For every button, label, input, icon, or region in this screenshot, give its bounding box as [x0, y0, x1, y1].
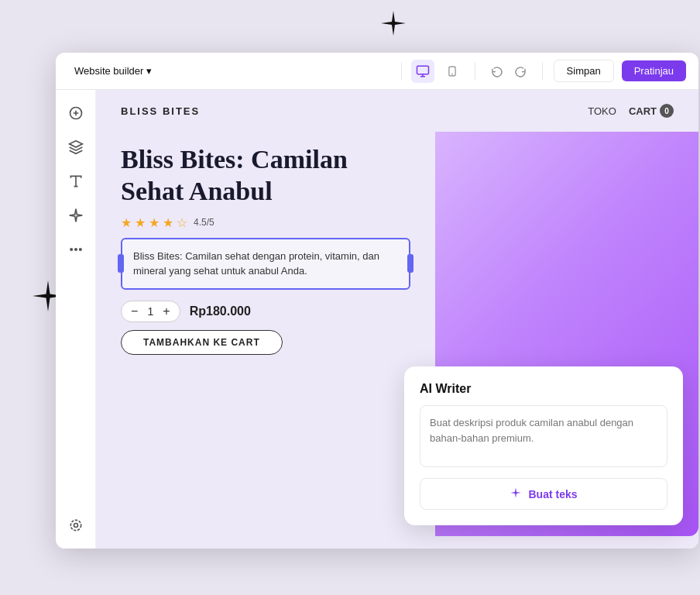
simpan-button[interactable]: Simpan [554, 60, 614, 82]
ai-writer-title: AI Writer [420, 382, 667, 396]
sidebar-settings-icon[interactable] [62, 511, 90, 539]
site-logo: BLISS BITES [121, 105, 200, 117]
toolbar-divider2 [475, 62, 475, 81]
desc-handle-right [407, 254, 413, 273]
svg-rect-0 [417, 66, 428, 74]
sidebar [56, 90, 96, 549]
svg-point-12 [74, 524, 77, 528]
cart-label: CART [629, 105, 657, 117]
rating-text: 4.5/5 [194, 217, 214, 228]
star-4: ★ [163, 215, 173, 230]
ai-writer-textarea[interactable] [420, 405, 667, 467]
cart-badge[interactable]: CART 0 [629, 104, 674, 118]
website-preview: BLISS BITES TOKO CART 0 Bliss Bites: Cam… [96, 90, 698, 549]
mobile-icon[interactable] [441, 60, 464, 83]
star-3: ★ [149, 215, 160, 230]
description-text: Bliss Bites: Camilan sehat dengan protei… [133, 250, 379, 277]
desc-handle-left [118, 254, 124, 273]
svg-point-10 [74, 249, 77, 251]
star-1: ★ [121, 215, 132, 230]
toolbar-divider3 [542, 62, 543, 81]
ai-writer-panel: AI Writer Buat teks [404, 366, 683, 525]
quantity-control[interactable]: − 1 + [121, 301, 180, 322]
device-icons [411, 60, 464, 83]
hero-title: Bliss Bites: CamilanSehat Anabul [121, 144, 410, 208]
toko-link[interactable]: TOKO [588, 105, 616, 117]
star-half: ☆ [177, 215, 187, 230]
description-box[interactable]: Bliss Bites: Camilan sehat dengan protei… [121, 238, 410, 290]
content-area: BLISS BITES TOKO CART 0 Bliss Bites: Cam… [56, 90, 698, 549]
generate-label: Buat teks [528, 488, 577, 500]
undo-button[interactable] [486, 60, 508, 82]
site-nav-links: TOKO CART 0 [588, 104, 674, 118]
browser-window: Website builder ▾ [56, 53, 698, 549]
sidebar-layers-icon[interactable] [62, 133, 90, 161]
sparkle-generate-icon [510, 487, 522, 501]
quantity-row: − 1 + Rp180.000 [121, 301, 410, 322]
website-builder-label: Website builder [74, 65, 143, 77]
undo-redo [486, 60, 531, 82]
website-builder-button[interactable]: Website builder ▾ [68, 62, 158, 80]
toolbar: Website builder ▾ [56, 53, 698, 90]
quantity-value: 1 [144, 305, 156, 318]
pratinjau-button[interactable]: Pratinjau [622, 60, 686, 81]
toolbar-right: Simpan Pratinjau [411, 60, 686, 83]
redo-button[interactable] [510, 60, 531, 82]
hero-content: Bliss Bites: CamilanSehat Anabul ★ ★ ★ ★… [96, 132, 435, 536]
svg-point-13 [70, 520, 81, 530]
toolbar-divider [401, 62, 402, 81]
svg-point-9 [70, 249, 72, 251]
desktop-icon[interactable] [411, 60, 434, 83]
site-nav: BLISS BITES TOKO CART 0 [96, 90, 698, 132]
qty-increase-button[interactable]: + [163, 305, 170, 318]
sidebar-sparkle-icon[interactable] [62, 201, 90, 229]
sidebar-add-icon[interactable] [62, 99, 90, 127]
qty-decrease-button[interactable]: − [131, 305, 138, 318]
price: Rp180.000 [190, 304, 251, 318]
cart-count: 0 [660, 104, 674, 118]
ai-generate-button[interactable]: Buat teks [420, 478, 667, 510]
add-to-cart-button[interactable]: TAMBAHKAN KE CART [121, 330, 283, 355]
svg-point-11 [79, 249, 81, 251]
toolbar-left: Website builder ▾ [68, 62, 392, 80]
star-2: ★ [135, 215, 146, 230]
sidebar-text-icon[interactable] [62, 167, 90, 195]
sparkle-top-icon [379, 9, 407, 37]
svg-marker-8 [69, 141, 82, 147]
sidebar-more-icon[interactable] [62, 236, 90, 263]
chevron-down-icon: ▾ [146, 65, 152, 77]
rating-row: ★ ★ ★ ★ ☆ 4.5/5 [121, 215, 410, 230]
